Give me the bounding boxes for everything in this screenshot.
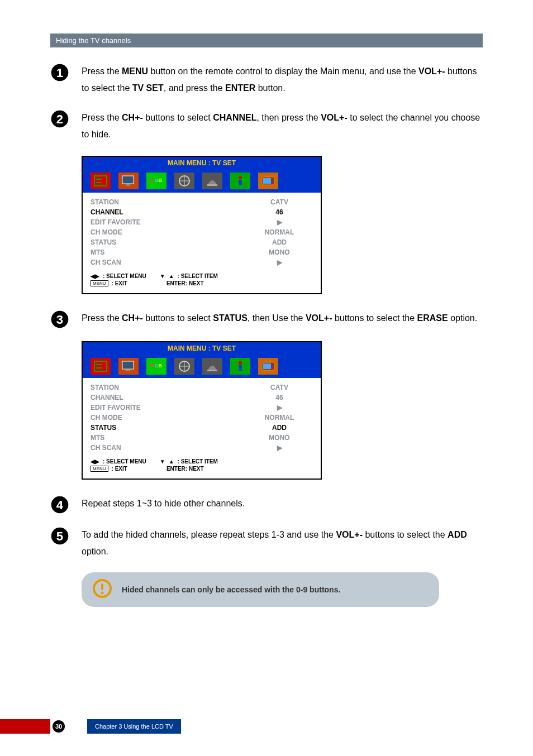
chapter-label: Chapter 3 Using the LCD TV <box>87 719 181 734</box>
text: buttons to select <box>143 313 213 323</box>
svg-line-17 <box>265 175 268 177</box>
text-bold: CH+- <box>122 313 143 323</box>
settings-icon <box>202 358 222 375</box>
step-number-1-icon: 1 <box>50 63 82 82</box>
osd-item-channel: CHANNEL46 <box>91 393 313 403</box>
step-4: 4 Repeat steps 1~3 to hide other channel… <box>50 495 483 514</box>
settings-icon <box>202 173 222 189</box>
text-bold: MENU <box>122 66 148 76</box>
text: option. <box>448 313 477 323</box>
osd-item-status: STATUSADD <box>91 237 313 247</box>
svg-rect-25 <box>126 370 130 371</box>
text: button on the remote control to display … <box>148 66 418 76</box>
svg-rect-8 <box>126 184 130 186</box>
geometry-icon <box>174 173 194 189</box>
tv-adjust-icon <box>91 173 111 189</box>
osd-item-ch-scan: CH SCAN▶ <box>91 443 313 453</box>
step-number-4-icon: 4 <box>50 495 82 514</box>
osd-item-channel: CHANNEL46 <box>91 207 313 217</box>
info-icon <box>230 358 250 375</box>
step-2: 2 Press the CH+- buttons to select CHANN… <box>50 109 483 143</box>
text: , then press the <box>256 113 321 122</box>
tv-set-icon <box>258 173 278 189</box>
menu-button-icon: MENU <box>91 280 108 286</box>
text: ENTER: NEXT <box>166 280 204 286</box>
text: Press the <box>82 313 122 323</box>
svg-rect-16 <box>263 178 271 184</box>
text-bold: VOL+- <box>418 66 445 76</box>
svg-rect-33 <box>263 363 271 369</box>
osd-item-station: STATIONCATV <box>91 197 313 207</box>
info-note: Hided channels can only be accessed with… <box>82 572 439 607</box>
osd-item-ch-mode: CH MODENORMAL <box>91 413 313 423</box>
tv-set-icon <box>258 358 278 375</box>
svg-rect-41 <box>101 583 103 590</box>
step-5: 5 To add the hided channels, please repe… <box>50 527 483 561</box>
left-right-arrows-icon: ◀▶ <box>91 458 99 465</box>
svg-rect-12 <box>207 184 217 186</box>
svg-point-13 <box>239 176 242 179</box>
text: buttons to select the <box>332 313 417 323</box>
text: , then Use the <box>248 313 306 323</box>
info-icon <box>230 173 250 189</box>
step-number-5-icon: 5 <box>50 527 82 546</box>
text: buttons to select the <box>363 530 448 539</box>
text: : SELECT ITEM <box>178 273 218 279</box>
text: To add the hided channels, please repeat… <box>82 530 336 539</box>
svg-point-42 <box>101 592 104 595</box>
osd-item-status: STATUSADD <box>91 423 313 433</box>
osd-screenshot-2: MAIN MENU : TV SET RGB STATIONCATV CHANN… <box>82 341 322 480</box>
text: : EXIT <box>112 280 127 286</box>
pc-adjust-icon <box>118 173 139 189</box>
text: : SELECT MENU <box>103 458 146 465</box>
osd-body: STATIONCATV CHANNEL46 EDIT FAVORITE▶ CH … <box>83 193 321 270</box>
text-bold: CH+- <box>122 113 143 122</box>
footer-accent <box>0 719 50 734</box>
text: Repeat steps 1~3 to hide other channels. <box>82 499 245 508</box>
tv-adjust-icon <box>91 358 111 375</box>
svg-rect-31 <box>239 365 242 371</box>
osd-item-ch-scan: CH SCAN▶ <box>91 257 313 267</box>
up-arrow-icon: ▲ <box>169 458 174 465</box>
down-arrow-icon: ▼ <box>160 458 165 465</box>
svg-rect-4 <box>94 176 107 186</box>
page-footer: 30 Chapter 3 Using the LCD TV <box>0 719 181 734</box>
menu-button-icon: MENU <box>91 466 108 472</box>
svg-text:2: 2 <box>56 112 63 126</box>
text-bold: VOL+- <box>336 530 363 539</box>
svg-text:5: 5 <box>56 529 63 543</box>
text-bold: STATUS <box>213 313 248 323</box>
text: Press the <box>82 66 122 76</box>
up-arrow-icon: ▲ <box>169 273 174 279</box>
osd-body: STATIONCATV CHANNEL46 EDIT FAVORITE▶ CH … <box>83 378 321 455</box>
page-number: 30 <box>53 720 65 733</box>
osd-item-edit-favorite: EDIT FAVORITE▶ <box>91 403 313 413</box>
osd-screenshot-1: MAIN MENU : TV SET RGB STATIONCATV CHANN… <box>82 156 322 294</box>
alert-icon <box>93 579 112 600</box>
text: option. <box>82 547 108 556</box>
step-3: 3 Press the CH+- buttons to select STATU… <box>50 310 483 329</box>
svg-rect-21 <box>94 361 107 371</box>
text-bold: CHANNEL <box>213 113 256 122</box>
section-header: Hiding the TV channels <box>50 34 483 47</box>
text: , and press the <box>164 83 225 93</box>
svg-rect-14 <box>239 180 242 185</box>
step-number-3-icon: 3 <box>50 310 82 329</box>
text: Press the <box>82 113 122 122</box>
osd-item-station: STATIONCATV <box>91 382 313 393</box>
svg-text:3: 3 <box>56 312 63 326</box>
svg-rect-29 <box>207 370 217 371</box>
text-bold: ADD <box>448 530 467 539</box>
text: : SELECT ITEM <box>178 458 218 465</box>
text: buttons to select <box>143 113 213 122</box>
osd-item-mts: MTSMONO <box>91 247 313 257</box>
svg-text:1: 1 <box>56 66 63 80</box>
text-bold: ENTER <box>225 83 255 93</box>
osd-title: MAIN MENU : TV SET <box>83 342 321 355</box>
osd-footer: ◀▶: SELECT MENU ▼▲: SELECT ITEM MENU : E… <box>83 270 321 293</box>
osd-icon-row: RGB <box>83 169 321 193</box>
osd-item-edit-favorite: EDIT FAVORITE▶ <box>91 217 313 227</box>
svg-rect-24 <box>122 361 134 369</box>
svg-text:4: 4 <box>56 497 64 511</box>
svg-line-34 <box>265 360 268 362</box>
